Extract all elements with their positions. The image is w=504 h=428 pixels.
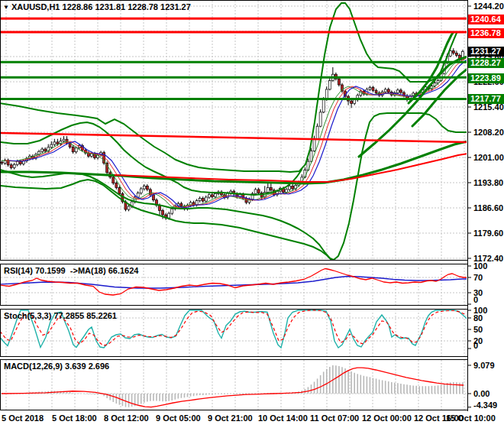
symbol-timeframe: XAUUSD,H1: [11, 2, 60, 11]
chart-title: ▼XAUUSD,H1 1228.86 1231.81 1228.78 1231.…: [3, 2, 191, 11]
time-axis-label: 9 Oct 21:00: [208, 413, 253, 423]
symbol-dropdown-icon[interactable]: ▼: [3, 4, 9, 11]
time-axis-label: 12 Oct 00:00: [362, 413, 412, 423]
rsi-axis-label: 100: [473, 262, 487, 271]
stoch-label: Stoch(5,3,3) 77.2855 85.2261: [4, 311, 117, 320]
price-level-badge-resistance[interactable]: 1240.64: [468, 15, 504, 24]
macd-axis-label: -4.349: [473, 401, 497, 410]
macd-axis-label: 0.00: [473, 390, 489, 398]
price-axis-label: 1208.20: [473, 128, 504, 137]
rsi-axis-label: 0: [473, 296, 478, 304]
time-axis-label: 15 Oct 10:00: [446, 413, 496, 423]
price-level-badge-resistance[interactable]: 1236.78: [468, 28, 504, 38]
price-axis-label: 1201.00: [473, 154, 504, 162]
ohlc-open: 1228.86: [63, 2, 93, 11]
price-axis-label: 1215.40: [473, 103, 504, 112]
rsi-axis-label: 70: [473, 274, 483, 282]
time-axis-label: 5 Oct 2018: [2, 413, 44, 423]
price-axis-label: 1179.60: [473, 229, 503, 238]
stoch-axis-label: 50: [473, 326, 483, 334]
time-axis-label: 9 Oct 05:00: [156, 413, 201, 423]
stoch-axis-label: 0: [473, 342, 478, 350]
price-level-badge-support[interactable]: 1223.89: [468, 73, 504, 83]
macd-label: MACD(12,26,9) 3.639 2.696: [4, 362, 109, 371]
time-axis-label: 11 Oct 07:00: [310, 413, 359, 423]
time-axis-label: 8 Oct 12:00: [104, 413, 149, 423]
price-level-badge-current-price[interactable]: 1231.27: [468, 47, 504, 57]
price-level-badge-support[interactable]: 1228.27: [468, 58, 504, 68]
price-axis-label: 1193.80: [473, 179, 503, 187]
price-axis-label: 1244.20: [473, 2, 504, 11]
time-axis-label: 5 Oct 18:00: [52, 413, 97, 423]
time-axis-label: 10 Oct 14:00: [258, 413, 308, 423]
price-level-badge-support[interactable]: 1217.77: [468, 94, 504, 104]
rsi-label: RSI(14) 70.1599 ->MA(18) 66.1624: [4, 266, 138, 275]
stoch-axis-label: 80: [473, 314, 483, 323]
macd-axis-label: 9.079: [473, 362, 495, 370]
ohlc-low: 1228.78: [128, 2, 158, 11]
ohlc-close: 1231.27: [160, 2, 191, 11]
ohlc-high: 1231.81: [95, 2, 125, 11]
mt4-chart-window: ▼XAUUSD,H1 1228.86 1231.81 1228.78 1231.…: [0, 0, 504, 428]
price-axis-label: 1186.60: [473, 204, 503, 212]
